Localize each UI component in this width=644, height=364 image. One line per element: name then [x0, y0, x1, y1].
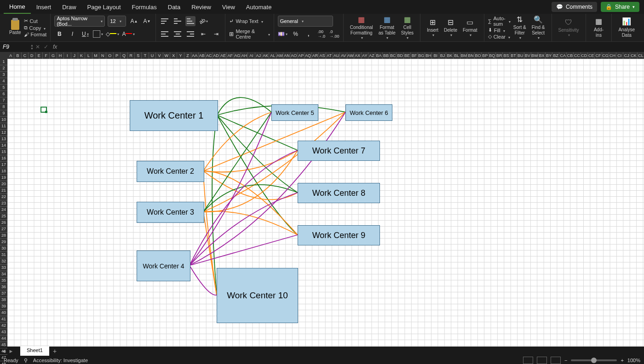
col-header[interactable]: AV	[340, 52, 347, 59]
row-header[interactable]: 25	[0, 213, 7, 220]
find-select-button[interactable]: 🔍Find & Select	[529, 14, 548, 41]
tab-formulas[interactable]: Formulas	[126, 1, 162, 13]
col-header[interactable]: P	[114, 52, 121, 59]
analyse-data-button[interactable]: 📊Analyse Data	[615, 17, 638, 38]
col-header[interactable]: AK	[262, 52, 269, 59]
tab-view[interactable]: View	[217, 1, 241, 13]
col-header[interactable]: R	[128, 52, 135, 59]
col-header[interactable]: AO	[291, 52, 298, 59]
col-header[interactable]: AR	[312, 52, 319, 59]
col-header[interactable]: W	[163, 52, 170, 59]
cell-grid[interactable]: Work Center 1Work Center 2Work Center 3W…	[7, 59, 644, 347]
row-header[interactable]: 14	[0, 142, 7, 149]
col-header[interactable]: AH	[241, 52, 248, 59]
row-header[interactable]: 24	[0, 207, 7, 213]
zoom-in-button[interactable]: +	[621, 358, 623, 363]
col-header[interactable]: AY	[362, 52, 368, 59]
copy-button[interactable]: ⧉Copy	[24, 25, 47, 31]
shape-wc2[interactable]: Work Center 2	[137, 161, 204, 182]
row-header[interactable]: 38	[0, 297, 7, 303]
decrease-indent-button[interactable]: ⇤	[198, 29, 208, 39]
align-middle-button[interactable]	[172, 16, 183, 26]
col-header[interactable]: AS	[319, 52, 326, 59]
col-header[interactable]: S	[135, 52, 142, 59]
col-header[interactable]: B	[14, 52, 21, 59]
col-header[interactable]: AL	[269, 52, 276, 59]
sensitivity-button[interactable]: 🛡Sensitivity	[556, 18, 582, 38]
col-header[interactable]: Z	[184, 52, 191, 59]
name-box[interactable]: F9	[0, 44, 30, 50]
col-header[interactable]: BF	[411, 52, 418, 59]
col-header[interactable]: Y	[177, 52, 184, 59]
col-header[interactable]: BH	[425, 52, 432, 59]
row-header[interactable]: 43	[0, 329, 7, 336]
col-header[interactable]: X	[170, 52, 177, 59]
col-header[interactable]: AW	[347, 52, 354, 59]
row-header[interactable]: 11	[0, 123, 7, 130]
col-header[interactable]: BE	[404, 52, 411, 59]
col-header[interactable]: C	[22, 52, 29, 59]
col-header[interactable]: BJ	[439, 52, 446, 59]
col-header[interactable]: CG	[602, 52, 609, 59]
fill-color-button[interactable]: ◇	[106, 29, 119, 39]
col-header[interactable]: CD	[581, 52, 588, 59]
insert-cells-button[interactable]: ⊞Insert	[424, 14, 441, 41]
col-header[interactable]: BT	[510, 52, 517, 59]
shape-wc4[interactable]: Work Center 4	[137, 250, 190, 281]
col-header[interactable]: BS	[503, 52, 510, 59]
tab-automate[interactable]: Automate	[241, 1, 277, 13]
delete-cells-button[interactable]: ⊟Delete	[441, 14, 460, 41]
col-header[interactable]: BN	[467, 52, 474, 59]
clear-button[interactable]: ◇Clear	[488, 34, 511, 40]
shape-wc10[interactable]: Work Center 10	[217, 268, 298, 323]
shape-wc5[interactable]: Work Center 5	[271, 104, 318, 121]
col-header[interactable]: BM	[460, 52, 467, 59]
view-page-layout-button[interactable]	[537, 357, 547, 364]
cell-styles-button[interactable]: ▦Cell Styles	[398, 14, 416, 41]
row-header[interactable]: 29	[0, 239, 7, 245]
col-header[interactable]: M	[92, 52, 99, 59]
col-header[interactable]: AQ	[305, 52, 311, 59]
col-header[interactable]: AN	[283, 52, 290, 59]
row-header[interactable]: 21	[0, 188, 7, 194]
col-header[interactable]: AG	[234, 52, 241, 59]
col-header[interactable]: AA	[191, 52, 198, 59]
enter-icon[interactable]: ✓	[42, 44, 50, 50]
col-header[interactable]: F	[43, 52, 50, 59]
row-header[interactable]: 18	[0, 168, 7, 175]
format-as-table-button[interactable]: ▦Format as Table	[376, 14, 398, 41]
col-header[interactable]: BD	[397, 52, 403, 59]
col-header[interactable]: CK	[630, 52, 637, 59]
row-header[interactable]: 2	[0, 65, 7, 72]
fx-icon[interactable]: fx	[50, 44, 60, 50]
share-button[interactable]: 🔒Share	[601, 2, 639, 12]
col-header[interactable]: CB	[567, 52, 574, 59]
col-header[interactable]: BX	[538, 52, 545, 59]
row-header[interactable]: 3	[0, 72, 7, 78]
number-format-select[interactable]: General	[278, 16, 333, 27]
increase-indent-button[interactable]: ⇥	[211, 29, 221, 39]
font-name-select[interactable]: Aptos Narrow (Bod...	[54, 16, 105, 27]
fill-button[interactable]: ⬇Fill	[488, 27, 511, 33]
align-bottom-button[interactable]	[185, 16, 196, 26]
row-header[interactable]: 33	[0, 265, 7, 271]
row-header[interactable]: 23	[0, 200, 7, 207]
comments-button[interactable]: 💬Comments	[552, 2, 597, 12]
align-top-button[interactable]	[160, 16, 170, 26]
cancel-icon[interactable]: ✕	[34, 44, 42, 50]
row-header[interactable]: 37	[0, 290, 7, 297]
shape-wc3[interactable]: Work Center 3	[137, 202, 204, 223]
tab-data[interactable]: Data	[162, 1, 186, 13]
font-color-button[interactable]: A	[122, 29, 135, 39]
bold-button[interactable]: B	[54, 29, 64, 39]
add-sheet-button[interactable]: +	[53, 347, 57, 355]
col-header[interactable]: J	[71, 52, 78, 59]
col-header[interactable]: H	[57, 52, 64, 59]
row-header[interactable]: 42	[0, 323, 7, 329]
col-header[interactable]: BB	[383, 52, 390, 59]
row-header[interactable]: 16	[0, 155, 7, 162]
row-header[interactable]: 15	[0, 149, 7, 155]
name-box-stepper[interactable]: ▲▼	[30, 44, 34, 50]
decrease-font-button[interactable]: A▼	[142, 16, 152, 26]
row-header[interactable]: 12	[0, 130, 7, 136]
